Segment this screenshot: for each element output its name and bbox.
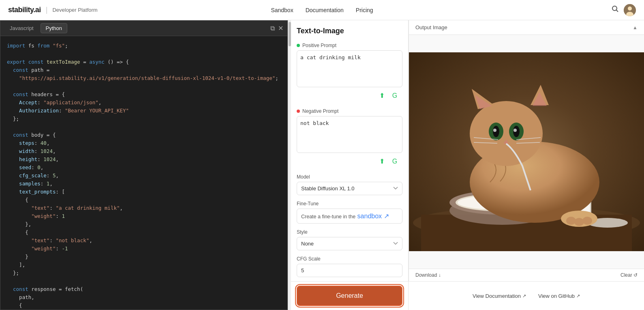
fine-tune-label: Fine-Tune xyxy=(297,201,402,207)
code-body: import fs from "fs"; export const textTo… xyxy=(0,36,287,310)
svg-point-36 xyxy=(574,218,584,226)
negative-prompt-group: Negative Prompt <span class="text-select… xyxy=(297,108,402,168)
positive-dot xyxy=(297,44,300,47)
model-label: Model xyxy=(297,174,402,180)
positive-prompt-wrap: a cat drinking milk ⬆ G xyxy=(297,50,402,103)
nav-sandbox[interactable]: Sandbox xyxy=(271,7,293,13)
positive-prompt-icons: ⬆ G xyxy=(297,89,402,103)
view-docs-ext-icon: ↗ xyxy=(522,293,526,299)
search-button[interactable] xyxy=(612,5,619,15)
nav-pricing[interactable]: Pricing xyxy=(356,7,373,13)
model-select[interactable]: Stable Diffusion XL 1.0 Stable Diffusion… xyxy=(297,182,402,195)
positive-grammar-btn[interactable]: G xyxy=(389,90,400,101)
positive-prompt-input[interactable]: a cat drinking milk xyxy=(297,50,402,87)
cfg-scale-input[interactable] xyxy=(297,264,402,277)
output-image-container xyxy=(409,35,644,269)
fine-tune-text: Create a fine-tune in the xyxy=(301,214,355,220)
generate-btn-wrap: Generate xyxy=(291,282,409,310)
positive-grammarly-btn[interactable]: ⬆ xyxy=(377,90,387,101)
negative-prompt-icons: ⬆ G xyxy=(297,155,402,168)
brand-divider: | xyxy=(46,6,48,14)
navbar-right xyxy=(612,4,636,16)
main-content: Javascript Python ⧉ ✕ import fs from "fs… xyxy=(0,20,644,310)
code-tabs: Javascript Python xyxy=(4,23,67,33)
svg-point-27 xyxy=(493,129,496,132)
page-title: Text-to-Image xyxy=(297,27,402,35)
svg-point-3 xyxy=(628,6,632,11)
view-github-link[interactable]: View on GitHub ↗ xyxy=(538,293,580,299)
form-panel: Text-to-Image Positive Prompt a cat drin… xyxy=(291,20,409,281)
cfg-scale-label: CFG Scale xyxy=(297,256,402,262)
svg-line-1 xyxy=(616,10,618,12)
clear-link[interactable]: Clear ↺ xyxy=(620,272,638,278)
avatar[interactable] xyxy=(624,4,636,16)
negative-prompt-wrap: <span class="text-selected">not black</s… xyxy=(297,116,402,168)
generate-button[interactable]: Generate xyxy=(297,286,402,306)
output-header: Output Image ▲ xyxy=(409,20,644,35)
negative-grammar-btn[interactable]: G xyxy=(389,156,400,167)
negative-dot xyxy=(297,110,300,113)
code-panel-header: Javascript Python ⧉ ✕ xyxy=(0,21,287,36)
positive-prompt-label: Positive Prompt xyxy=(297,43,402,48)
svg-point-0 xyxy=(612,6,617,11)
brand: stability.ai | Developer Platform xyxy=(8,6,98,14)
output-footer: Download ↓ Clear ↺ xyxy=(409,269,644,281)
style-group: Style None enhance anime photographic di… xyxy=(297,229,402,250)
negative-grammarly-btn[interactable]: ⬆ xyxy=(377,156,387,167)
fine-tune-link[interactable]: sandbox ↗ xyxy=(357,213,389,220)
copy-code-button[interactable]: ⧉ xyxy=(270,24,275,32)
svg-point-37 xyxy=(582,217,592,225)
cfg-scale-group: CFG Scale xyxy=(297,256,402,277)
positive-prompt-group: Positive Prompt a cat drinking milk ⬆ G xyxy=(297,43,402,103)
output-image xyxy=(409,35,644,269)
output-collapse-btn[interactable]: ▲ xyxy=(633,25,638,30)
brand-name: stability.ai xyxy=(8,6,41,14)
code-panel-actions: ⧉ ✕ xyxy=(270,24,283,32)
close-code-button[interactable]: ✕ xyxy=(278,24,283,32)
code-content: import fs from "fs"; export const textTo… xyxy=(7,42,281,310)
svg-point-35 xyxy=(566,217,576,225)
download-link[interactable]: Download ↓ xyxy=(415,272,441,278)
brand-subtitle: Developer Platform xyxy=(52,7,97,13)
fine-tune-group: Fine-Tune Create a fine-tune in the sand… xyxy=(297,201,402,224)
output-title: Output Image xyxy=(415,24,447,30)
nav-center: Sandbox Documentation Pricing xyxy=(271,7,373,13)
code-panel: Javascript Python ⧉ ✕ import fs from "fs… xyxy=(0,20,288,310)
svg-point-28 xyxy=(513,129,517,132)
negative-prompt-input[interactable]: <span class="text-selected">not black</s… xyxy=(297,116,402,153)
view-documentation-link[interactable]: View Documentation ↗ xyxy=(473,293,526,299)
view-github-ext-icon: ↗ xyxy=(576,293,580,299)
model-group: Model Stable Diffusion XL 1.0 Stable Dif… xyxy=(297,174,402,195)
output-panel: Output Image ▲ xyxy=(409,20,644,281)
bottom-links: View Documentation ↗ View on GitHub ↗ xyxy=(409,282,644,310)
generate-area: Generate View Documentation ↗ View on Gi… xyxy=(291,281,644,310)
tab-python[interactable]: Python xyxy=(41,23,67,33)
scroll-thumb xyxy=(289,22,291,46)
code-scrollbar[interactable] xyxy=(288,20,291,310)
negative-prompt-label: Negative Prompt xyxy=(297,108,402,114)
svg-point-18 xyxy=(470,101,543,166)
nav-documentation[interactable]: Documentation xyxy=(306,7,344,13)
style-select[interactable]: None enhance anime photographic digital-… xyxy=(297,237,402,250)
style-label: Style xyxy=(297,229,402,235)
tab-javascript[interactable]: Javascript xyxy=(4,23,39,33)
navbar: stability.ai | Developer Platform Sandbo… xyxy=(0,0,644,20)
